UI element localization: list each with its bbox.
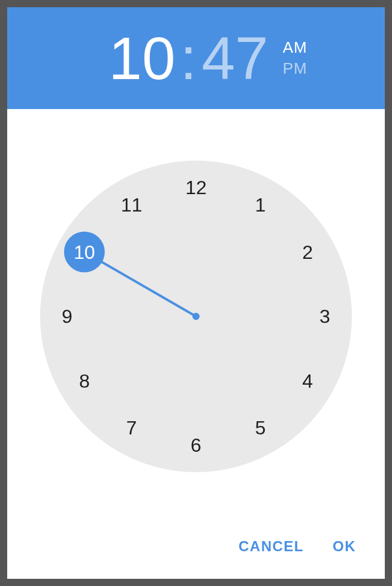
- clock-hour-5[interactable]: 5: [255, 417, 266, 439]
- clock-hour-10[interactable]: 10: [74, 241, 95, 263]
- clock-hour-3[interactable]: 3: [319, 306, 330, 327]
- clock-hour-6[interactable]: 6: [191, 434, 201, 456]
- time-header: 10 : 47 AM PM: [7, 7, 385, 109]
- cancel-button[interactable]: CANCEL: [239, 538, 304, 555]
- minute-value[interactable]: 47: [201, 28, 268, 88]
- ok-button[interactable]: OK: [333, 538, 356, 555]
- clock-hour-8[interactable]: 8: [79, 370, 90, 392]
- clock-face[interactable]: 121234567891011: [40, 161, 352, 472]
- ampm-toggle: AM PM: [283, 38, 307, 78]
- clock-hour-1[interactable]: 1: [255, 194, 266, 216]
- am-option[interactable]: AM: [283, 38, 307, 57]
- svg-point-3: [192, 313, 200, 320]
- time-colon: :: [180, 28, 197, 88]
- clock-hour-4[interactable]: 4: [302, 370, 313, 392]
- hour-value[interactable]: 10: [108, 28, 175, 88]
- clock-hour-9[interactable]: 9: [62, 306, 73, 327]
- clock-hour-2[interactable]: 2: [302, 241, 313, 263]
- clock-hour-11[interactable]: 11: [121, 194, 143, 216]
- clock-hour-12[interactable]: 12: [185, 177, 207, 198]
- time-picker-dialog: 10 : 47 AM PM 121234567891011 CANCEL OK: [7, 7, 385, 579]
- clock-body: 121234567891011: [7, 109, 385, 524]
- dialog-actions: CANCEL OK: [7, 524, 385, 579]
- pm-option[interactable]: PM: [283, 59, 307, 78]
- time-display: 10 : 47 AM PM: [108, 28, 307, 88]
- clock-hour-7[interactable]: 7: [126, 417, 137, 439]
